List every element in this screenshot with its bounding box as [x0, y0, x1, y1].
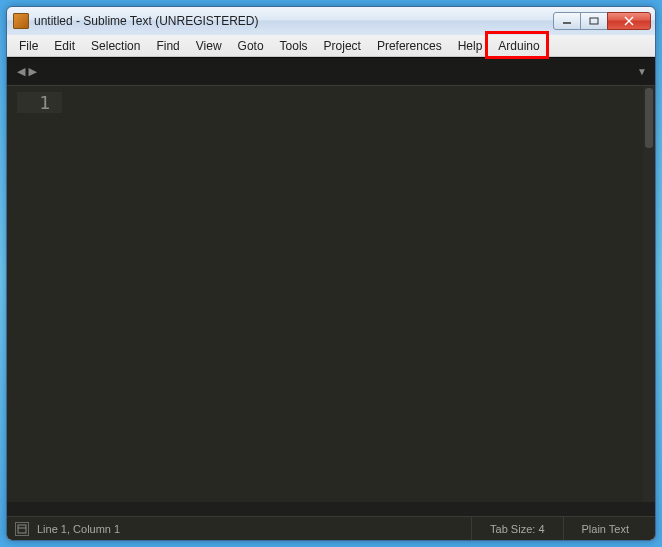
menu-edit[interactable]: Edit [46, 36, 83, 56]
svg-rect-1 [590, 18, 598, 24]
tab-nav-left-icon[interactable]: ◀ [15, 65, 27, 78]
application-window: untitled - Sublime Text (UNREGISTERED) F… [6, 6, 656, 541]
menubar: File Edit Selection Find View Goto Tools… [7, 35, 655, 57]
menu-arduino[interactable]: Arduino [490, 36, 547, 56]
menu-selection[interactable]: Selection [83, 36, 148, 56]
scrollbar-thumb[interactable] [645, 88, 653, 148]
menu-file[interactable]: File [11, 36, 46, 56]
minimap[interactable] [625, 86, 643, 502]
status-tab-size[interactable]: Tab Size: 4 [471, 517, 562, 540]
window-title: untitled - Sublime Text (UNREGISTERED) [34, 14, 554, 28]
svg-rect-4 [18, 525, 26, 533]
menu-help[interactable]: Help [450, 36, 491, 56]
status-position[interactable]: Line 1, Column 1 [37, 523, 120, 535]
statusbar: Line 1, Column 1 Tab Size: 4 Plain Text [7, 516, 655, 540]
menu-preferences[interactable]: Preferences [369, 36, 450, 56]
tab-dropdown-icon[interactable]: ▼ [637, 66, 647, 77]
app-icon [13, 13, 29, 29]
maximize-button[interactable] [580, 12, 608, 30]
window-controls [554, 12, 651, 30]
status-panel-icon[interactable] [15, 522, 29, 536]
menu-project[interactable]: Project [316, 36, 369, 56]
status-syntax[interactable]: Plain Text [563, 517, 648, 540]
vertical-scrollbar[interactable] [643, 86, 655, 502]
menu-goto[interactable]: Goto [230, 36, 272, 56]
titlebar[interactable]: untitled - Sublime Text (UNREGISTERED) [7, 7, 655, 35]
menu-find[interactable]: Find [148, 36, 187, 56]
editor-area: 1 [7, 85, 655, 502]
menu-tools[interactable]: Tools [272, 36, 316, 56]
gutter: 1 [7, 86, 62, 502]
tab-nav-right-icon[interactable]: ◀ [27, 65, 39, 78]
minimize-button[interactable] [553, 12, 581, 30]
close-button[interactable] [607, 12, 651, 30]
tab-strip: ◀ ◀ ▼ [7, 57, 655, 85]
code-content[interactable] [62, 86, 625, 502]
menu-view[interactable]: View [188, 36, 230, 56]
line-number: 1 [17, 92, 62, 113]
horizontal-scroll-area [7, 502, 655, 516]
